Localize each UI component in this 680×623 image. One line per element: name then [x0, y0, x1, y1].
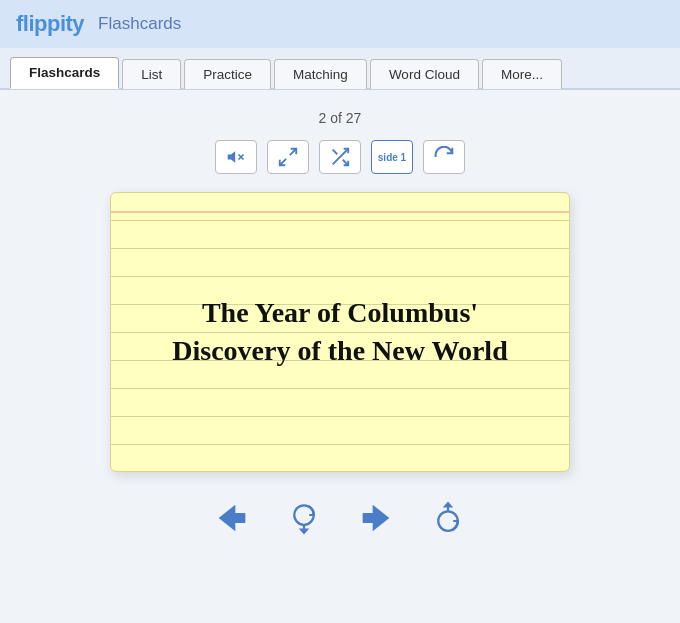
tab-practice[interactable]: Practice [184, 59, 271, 89]
fullscreen-icon [277, 146, 299, 168]
main-content: 2 of 27 [0, 90, 680, 550]
shuffle-button[interactable] [319, 140, 361, 174]
mute-button[interactable] [215, 140, 257, 174]
mute-icon [226, 147, 246, 167]
nav-buttons [206, 496, 474, 540]
tab-flashcards[interactable]: Flashcards [10, 57, 119, 89]
side-indicator-button[interactable]: side 1 [371, 140, 413, 174]
svg-line-4 [280, 159, 286, 165]
next-icon [356, 500, 396, 536]
flip-down-icon [284, 500, 324, 536]
svg-line-7 [333, 150, 338, 155]
prev-button[interactable] [206, 496, 258, 540]
shuffle-icon [329, 146, 351, 168]
side-label: side 1 [378, 152, 406, 163]
tab-bar: Flashcards List Practice Matching Word C… [0, 48, 680, 90]
svg-line-3 [290, 149, 296, 155]
flashcard[interactable]: The Year of Columbus' Discovery of the N… [110, 192, 570, 472]
flip-icon [433, 146, 455, 168]
tab-more[interactable]: More... [482, 59, 562, 89]
tab-list[interactable]: List [122, 59, 181, 89]
flashcard-text: The Year of Columbus' Discovery of the N… [151, 294, 529, 370]
fullscreen-button[interactable] [267, 140, 309, 174]
tab-matching[interactable]: Matching [274, 59, 367, 89]
flip-button[interactable] [423, 140, 465, 174]
controls-row: side 1 [215, 140, 465, 174]
flip-down-button[interactable] [278, 496, 330, 540]
header-title: Flashcards [98, 14, 181, 34]
tab-word-cloud[interactable]: Word Cloud [370, 59, 479, 89]
next-button[interactable] [350, 496, 402, 540]
prev-icon [212, 500, 252, 536]
flip-up-button[interactable] [422, 496, 474, 540]
flip-up-icon [428, 500, 468, 536]
svg-marker-0 [228, 151, 236, 163]
card-counter: 2 of 27 [319, 110, 362, 126]
logo: flippity [16, 11, 84, 37]
header: flippity Flashcards [0, 0, 680, 48]
